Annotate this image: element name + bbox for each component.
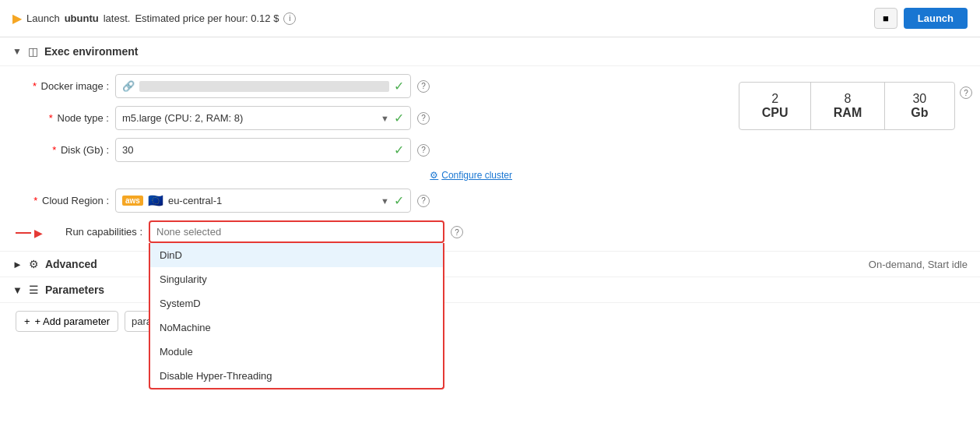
docker-image-input-wrapper[interactable]: 🔗 ✓ <box>115 74 411 98</box>
aws-badge: aws <box>122 196 143 206</box>
ram-unit: RAM <box>834 106 862 119</box>
cpu-info-help-icon[interactable]: ? <box>960 86 972 99</box>
add-param-label: + Add parameter <box>35 315 110 327</box>
advanced-status: On-demand, Start idle <box>869 259 968 270</box>
cloud-region-chevron: ▼ <box>381 196 389 206</box>
node-type-value: m5.large (CPU: 2, RAM: 8) <box>122 112 376 124</box>
params-chevron: ▼ <box>12 284 23 296</box>
launch-button[interactable]: Launch <box>904 8 968 29</box>
add-param-plus-icon: + <box>24 315 30 327</box>
advanced-section: ► ⚙ Advanced On-demand, Start idle <box>0 251 980 277</box>
advanced-left: ► ⚙ Advanced <box>12 258 97 270</box>
docker-image-value <box>139 81 389 92</box>
params-title: Parameters <box>45 284 104 296</box>
ubuntu-label: ubuntu <box>65 12 99 24</box>
cloud-region-row: * Cloud Region : aws 🇪🇺 eu-central-1 ▼ ✓… <box>16 189 715 213</box>
launch-prefix: Launch <box>26 12 60 24</box>
advanced-chevron[interactable]: ► <box>12 259 23 270</box>
configure-cluster-row: ⚙ Configure cluster <box>115 170 512 181</box>
node-required-star: * <box>49 112 53 124</box>
disk-num: 30 <box>912 92 926 105</box>
arrow-head: ▶ <box>34 227 43 239</box>
top-bar: ▶ Launch ubuntu latest. Estimated price … <box>0 0 980 37</box>
run-capabilities-dropdown-wrapper: DinD Singularity SystemD NoMachine Modul… <box>149 220 444 243</box>
exec-env-chevron: ▼ <box>12 46 22 57</box>
cloud-region-select[interactable]: aws 🇪🇺 eu-central-1 ▼ ✓ <box>115 189 411 213</box>
run-capabilities-help-icon[interactable]: ? <box>451 226 463 238</box>
version-label: latest. <box>104 12 131 24</box>
parameters-header[interactable]: ▼ ☰ Parameters <box>0 277 980 303</box>
disk-help-icon[interactable]: ? <box>417 144 430 157</box>
left-panel: * Docker image : 🔗 ✓ ? * Node type : m5.… <box>0 66 731 251</box>
dropdown-item-nomachine[interactable]: NoMachine <box>150 315 443 340</box>
cpu-cell: 2 CPU <box>739 83 811 129</box>
play-icon: ▶ <box>12 11 22 26</box>
docker-check-icon: ✓ <box>394 79 404 93</box>
node-type-chevron: ▼ <box>381 114 389 123</box>
node-type-help-icon[interactable]: ? <box>417 112 430 125</box>
top-bar-right: ■ Launch <box>874 8 968 29</box>
cloud-region-help-icon[interactable]: ? <box>417 195 430 207</box>
main-content: * Docker image : 🔗 ✓ ? * Node type : m5.… <box>0 66 980 251</box>
node-type-select[interactable]: m5.large (CPU: 2, RAM: 8) ▼ ✓ <box>115 106 411 130</box>
advanced-title: Advanced <box>45 258 97 270</box>
disk-input-wrapper[interactable]: 30 ✓ <box>115 138 411 162</box>
docker-required-star: * <box>33 80 37 92</box>
dropdown-item-dind[interactable]: DinD <box>150 243 443 267</box>
arrow-indicator: ▶ <box>16 227 43 239</box>
configure-cluster-link[interactable]: ⚙ Configure cluster <box>430 170 512 181</box>
price-info-icon[interactable]: i <box>283 12 296 25</box>
top-bar-left: ▶ Launch ubuntu latest. Estimated price … <box>12 11 296 26</box>
dropdown-item-module[interactable]: Module <box>150 340 443 364</box>
settings-icon-btn[interactable]: ■ <box>874 8 897 29</box>
cpu-unit: CPU <box>762 106 789 119</box>
node-type-label: * Node type : <box>16 112 109 124</box>
dropdown-item-systemd[interactable]: SystemD <box>150 291 443 315</box>
run-capabilities-menu: DinD Singularity SystemD NoMachine Modul… <box>149 243 444 389</box>
node-type-row: * Node type : m5.large (CPU: 2, RAM: 8) … <box>16 106 715 130</box>
cpu-ram-disk-box: 2 CPU 8 RAM 30 Gb <box>739 82 955 130</box>
disk-value: 30 <box>122 144 389 156</box>
docker-help-icon[interactable]: ? <box>417 80 430 93</box>
add-param-row: + + Add parameter parameter ▼ <box>0 303 980 340</box>
disk-cell: 30 Gb <box>885 83 954 129</box>
exec-env-icon: ◫ <box>28 45 38 58</box>
dropdown-item-disable-hyperthreading[interactable]: Disable Hyper-Threading <box>150 364 443 388</box>
run-capabilities-row: ▶ Run capabilities : DinD Singularity Sy… <box>16 220 715 243</box>
exec-env-header[interactable]: ▼ ◫ Exec environment <box>0 37 980 66</box>
add-parameter-button[interactable]: + + Add parameter <box>16 311 118 332</box>
disk-required-star: * <box>52 144 56 156</box>
cpu-num: 2 <box>771 92 778 105</box>
cloud-region-check-icon: ✓ <box>394 193 404 208</box>
run-capabilities-label: Run capabilities : <box>49 226 142 238</box>
exec-env-title: Exec environment <box>44 45 139 58</box>
disk-check-icon: ✓ <box>394 143 404 157</box>
arrow-line <box>16 232 31 234</box>
node-type-check-icon: ✓ <box>394 111 404 125</box>
docker-image-label: * Docker image : <box>16 80 109 92</box>
disk-row: * Disk (Gb) : 30 ✓ ? <box>16 138 715 162</box>
ram-cell: 8 RAM <box>811 83 884 129</box>
eu-flag-icon: 🇪🇺 <box>148 193 163 208</box>
disk-unit: Gb <box>911 106 928 119</box>
cloud-required-star: * <box>33 195 37 206</box>
run-capabilities-input[interactable] <box>156 226 437 238</box>
dropdown-item-singularity[interactable]: Singularity <box>150 267 443 291</box>
docker-link-icon: 🔗 <box>122 80 135 92</box>
configure-icon: ⚙ <box>430 170 438 181</box>
params-lines-icon: ☰ <box>29 284 39 296</box>
cloud-region-label: * Cloud Region : <box>16 195 109 206</box>
advanced-gear-icon: ⚙ <box>29 258 39 270</box>
disk-label: * Disk (Gb) : <box>16 144 109 156</box>
cloud-region-value: eu-central-1 <box>168 195 376 206</box>
run-capabilities-trigger[interactable] <box>149 220 444 243</box>
ram-num: 8 <box>845 92 852 105</box>
right-panel: 2 CPU 8 RAM 30 Gb ? <box>731 66 980 251</box>
price-label: Estimated price per hour: 0.12 $ <box>135 12 279 24</box>
docker-image-row: * Docker image : 🔗 ✓ ? <box>16 74 715 98</box>
